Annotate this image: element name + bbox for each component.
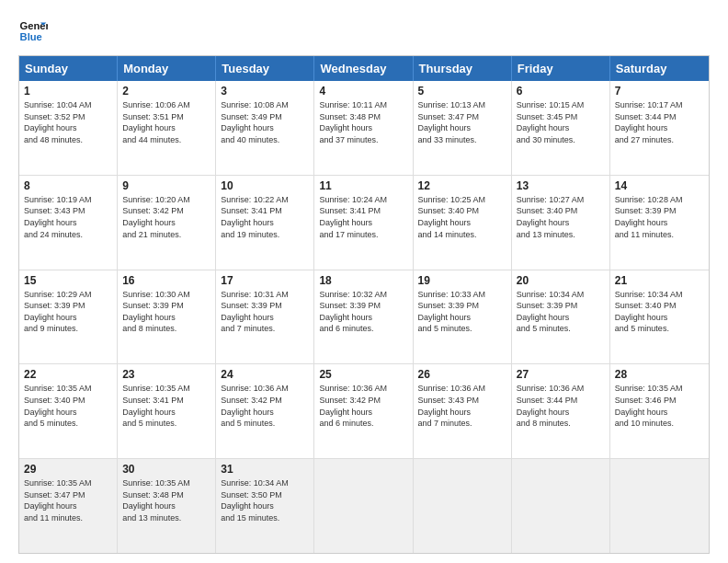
calendar-cell: 27Sunrise: 10:36 AMSunset: 3:44 PMDaylig… [512,364,610,458]
calendar-cell: 29Sunrise: 10:35 AMSunset: 3:47 PMDaylig… [19,459,118,553]
calendar-cell [414,459,512,553]
calendar-header-cell: Wednesday [314,56,413,81]
calendar-row: 1Sunrise: 10:04 AMSunset: 3:52 PMDayligh… [19,81,709,175]
header: General Blue [18,17,710,46]
calendar-cell: 28Sunrise: 10:35 AMSunset: 3:46 PMDaylig… [610,364,709,458]
calendar-header-cell: Monday [118,56,216,81]
calendar-cell: 13Sunrise: 10:27 AMSunset: 3:40 PMDaylig… [512,176,610,270]
calendar-cell: 18Sunrise: 10:32 AMSunset: 3:39 PMDaylig… [314,270,413,364]
calendar-header-cell: Friday [512,56,610,81]
calendar-cell: 4Sunrise: 10:11 AMSunset: 3:48 PMDayligh… [314,81,413,175]
calendar-cell: 1Sunrise: 10:04 AMSunset: 3:52 PMDayligh… [19,81,118,175]
logo-icon: General Blue [18,17,48,46]
page: General Blue SundayMondayTuesdayWednesda… [0,0,728,563]
calendar-cell: 10Sunrise: 10:22 AMSunset: 3:41 PMDaylig… [216,176,314,270]
calendar-row: 29Sunrise: 10:35 AMSunset: 3:47 PMDaylig… [19,458,709,553]
calendar-cell: 17Sunrise: 10:31 AMSunset: 3:39 PMDaylig… [216,270,314,364]
calendar-cell [610,459,709,553]
calendar-cell: 21Sunrise: 10:34 AMSunset: 3:40 PMDaylig… [610,270,709,364]
calendar-cell: 7Sunrise: 10:17 AMSunset: 3:44 PMDayligh… [610,81,709,175]
calendar-cell: 30Sunrise: 10:35 AMSunset: 3:48 PMDaylig… [118,459,216,553]
calendar-cell: 9Sunrise: 10:20 AMSunset: 3:42 PMDayligh… [118,176,216,270]
calendar-header-cell: Sunday [19,56,118,81]
calendar-cell: 5Sunrise: 10:13 AMSunset: 3:47 PMDayligh… [414,81,512,175]
calendar-row: 15Sunrise: 10:29 AMSunset: 3:39 PMDaylig… [19,270,709,364]
calendar-header-cell: Tuesday [216,56,314,81]
calendar-header: SundayMondayTuesdayWednesdayThursdayFrid… [19,56,709,81]
calendar-cell: 22Sunrise: 10:35 AMSunset: 3:40 PMDaylig… [19,364,118,458]
calendar-cell: 8Sunrise: 10:19 AMSunset: 3:43 PMDayligh… [19,176,118,270]
calendar-cell: 25Sunrise: 10:36 AMSunset: 3:42 PMDaylig… [314,364,413,458]
calendar-cell [314,459,413,553]
calendar-cell: 23Sunrise: 10:35 AMSunset: 3:41 PMDaylig… [118,364,216,458]
logo: General Blue [18,17,51,46]
calendar-cell: 31Sunrise: 10:34 AMSunset: 3:50 PMDaylig… [216,459,314,553]
calendar-cell: 2Sunrise: 10:06 AMSunset: 3:51 PMDayligh… [118,81,216,175]
calendar-header-cell: Saturday [610,56,709,81]
calendar-cell: 14Sunrise: 10:28 AMSunset: 3:39 PMDaylig… [610,176,709,270]
calendar-body: 1Sunrise: 10:04 AMSunset: 3:52 PMDayligh… [19,81,709,553]
calendar-cell: 11Sunrise: 10:24 AMSunset: 3:41 PMDaylig… [314,176,413,270]
svg-text:Blue: Blue [20,31,42,42]
calendar-header-cell: Thursday [414,56,512,81]
calendar-cell: 15Sunrise: 10:29 AMSunset: 3:39 PMDaylig… [19,270,118,364]
calendar-cell: 16Sunrise: 10:30 AMSunset: 3:39 PMDaylig… [118,270,216,364]
calendar-cell: 6Sunrise: 10:15 AMSunset: 3:45 PMDayligh… [512,81,610,175]
calendar-cell: 24Sunrise: 10:36 AMSunset: 3:42 PMDaylig… [216,364,314,458]
calendar-cell: 26Sunrise: 10:36 AMSunset: 3:43 PMDaylig… [414,364,512,458]
calendar: SundayMondayTuesdayWednesdayThursdayFrid… [18,55,710,554]
calendar-row: 22Sunrise: 10:35 AMSunset: 3:40 PMDaylig… [19,363,709,458]
calendar-cell: 3Sunrise: 10:08 AMSunset: 3:49 PMDayligh… [216,81,314,175]
calendar-cell: 20Sunrise: 10:34 AMSunset: 3:39 PMDaylig… [512,270,610,364]
calendar-row: 8Sunrise: 10:19 AMSunset: 3:43 PMDayligh… [19,175,709,270]
calendar-cell: 12Sunrise: 10:25 AMSunset: 3:40 PMDaylig… [414,176,512,270]
calendar-cell [512,459,610,553]
calendar-cell: 19Sunrise: 10:33 AMSunset: 3:39 PMDaylig… [414,270,512,364]
svg-text:General: General [20,20,48,31]
